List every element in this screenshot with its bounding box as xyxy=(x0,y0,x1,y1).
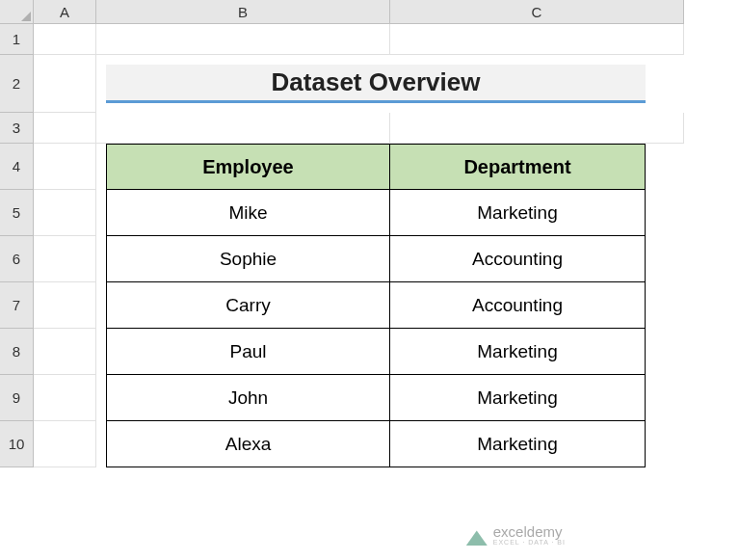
table-row[interactable]: Mike xyxy=(106,190,390,236)
table-row[interactable]: Marketing xyxy=(390,421,646,467)
cell-c3[interactable] xyxy=(390,113,684,144)
row-header-9[interactable]: 9 xyxy=(0,375,34,421)
table-row[interactable]: Sophie xyxy=(106,236,390,282)
table-row[interactable]: Marketing xyxy=(390,375,646,421)
table-row[interactable]: Accounting xyxy=(390,282,646,329)
table-row[interactable]: John xyxy=(106,375,390,421)
table-row[interactable]: Carry xyxy=(106,282,390,329)
row-header-1[interactable]: 1 xyxy=(0,24,34,55)
cell-a6[interactable] xyxy=(34,236,96,282)
watermark: exceldemy EXCEL · DATA · BI xyxy=(466,524,566,546)
row-header-4[interactable]: 4 xyxy=(0,144,34,190)
col-header-b[interactable]: B xyxy=(96,0,390,24)
cell-a10[interactable] xyxy=(34,421,96,467)
cell-c1[interactable] xyxy=(390,24,684,55)
table-row[interactable]: Paul xyxy=(106,329,390,375)
row-header-5[interactable]: 5 xyxy=(0,190,34,236)
watermark-sub: EXCEL · DATA · BI xyxy=(493,539,566,546)
page-title: Dataset Overview xyxy=(272,67,481,97)
cell-b3[interactable] xyxy=(96,113,390,144)
cell-b1[interactable] xyxy=(96,24,390,55)
logo-icon xyxy=(466,524,488,546)
cell-a4[interactable] xyxy=(34,144,96,190)
watermark-main: exceldemy xyxy=(493,524,566,539)
table-row[interactable]: Accounting xyxy=(390,236,646,282)
row-header-6[interactable]: 6 xyxy=(0,236,34,282)
row-header-2[interactable]: 2 xyxy=(0,55,34,113)
spreadsheet-grid: A B C 1 2 Dataset Overview 3 4 Employee … xyxy=(0,0,739,467)
col-header-c[interactable]: C xyxy=(390,0,684,24)
cell-a7[interactable] xyxy=(34,282,96,329)
row-header-8[interactable]: 8 xyxy=(0,329,34,375)
watermark-text: exceldemy EXCEL · DATA · BI xyxy=(493,524,566,546)
table-row[interactable]: Alexa xyxy=(106,421,390,467)
row-header-3[interactable]: 3 xyxy=(0,113,34,144)
cell-a9[interactable] xyxy=(34,375,96,421)
table-row[interactable]: Marketing xyxy=(390,190,646,236)
cell-a3[interactable] xyxy=(34,113,96,144)
cell-a8[interactable] xyxy=(34,329,96,375)
table-header-employee[interactable]: Employee xyxy=(106,144,390,190)
cell-a1[interactable] xyxy=(34,24,96,55)
row-header-7[interactable]: 7 xyxy=(0,282,34,329)
select-all-corner[interactable] xyxy=(0,0,34,24)
table-header-department[interactable]: Department xyxy=(390,144,646,190)
title-cell[interactable]: Dataset Overview xyxy=(106,65,646,103)
row-header-10[interactable]: 10 xyxy=(0,421,34,467)
cell-a5[interactable] xyxy=(34,190,96,236)
table-row[interactable]: Marketing xyxy=(390,329,646,375)
col-header-a[interactable]: A xyxy=(34,0,96,24)
cell-a2[interactable] xyxy=(34,55,96,113)
